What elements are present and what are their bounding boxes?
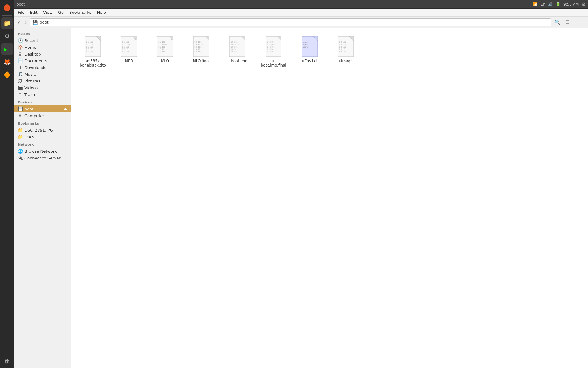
- file-name-u-boot-img-final: u-boot.img.final: [259, 59, 288, 67]
- menu-bookmarks[interactable]: Bookmarks: [67, 10, 94, 15]
- sidebar-item-music[interactable]: 🎵 Music: [14, 71, 71, 78]
- menu-edit[interactable]: Edit: [28, 10, 40, 15]
- speaker-icon: 🔊: [548, 2, 553, 6]
- videos-icon: 🎬: [18, 85, 23, 90]
- music-icon: 🎵: [18, 72, 23, 77]
- sidebar-item-dsc2791-label: DSC_2791.JPG: [24, 128, 53, 132]
- sidebar-item-desktop[interactable]: 🖥 Desktop: [14, 51, 71, 57]
- forward-button[interactable]: ›: [23, 17, 29, 27]
- dock-separator-1: [2, 15, 12, 16]
- browse-network-icon: 🌐: [18, 149, 23, 154]
- file-icon-mlo: 1 0 101 1 0 1010 1 0 101 1 0 10 1 0 101: [156, 36, 174, 58]
- dock-trash[interactable]: 🗑: [1, 355, 13, 367]
- documents-icon: 📄: [18, 58, 23, 63]
- file-name-uenv: uEnv.txt: [302, 59, 317, 63]
- file-item-u-boot-img-final[interactable]: 1 0 101 1 0 1010 1 0 101 1 0 10 1 0 101 …: [257, 33, 290, 70]
- eject-button[interactable]: ⏏: [64, 107, 67, 111]
- file-icon-am335x: 1 0 101 1 0 1010 1 0 101 1 0 10 1 0 101: [84, 36, 102, 58]
- network-icon: 📶: [533, 2, 537, 6]
- sidebar-item-browse-network[interactable]: 🌐 Browse Network: [14, 148, 71, 155]
- sidebar-item-downloads-label: Downloads: [24, 65, 46, 70]
- sidebar-item-music-label: Music: [24, 72, 36, 77]
- grid-view-button[interactable]: ⋮⋮: [573, 18, 586, 26]
- location-text: boot: [40, 20, 48, 25]
- desktop-icon: 🖥: [18, 52, 23, 56]
- main-content: Places 🕐 Recent 🏠 Home 🖥 Desktop 📄 Docum…: [14, 28, 588, 368]
- file-item-mbr[interactable]: 1 0 101 1 0 1010 1 0 101 1 0 10 1 0 101 …: [112, 33, 146, 70]
- menu-view[interactable]: View: [41, 10, 55, 15]
- back-button[interactable]: ‹: [16, 17, 22, 27]
- file-name-mlo: MLO: [161, 59, 169, 63]
- view-menu-button[interactable]: ☰: [564, 18, 571, 26]
- sidebar-item-computer[interactable]: 🖥 Computer: [14, 112, 71, 119]
- sidebar-item-boot-label: boot: [24, 107, 33, 111]
- boot-drive-icon: 💾: [18, 106, 23, 111]
- sidebar-item-videos-label: Videos: [24, 86, 38, 90]
- sidebar-item-connect-to-server-label: Connect to Server: [24, 156, 61, 160]
- sidebar-item-desktop-label: Desktop: [24, 52, 41, 56]
- sidebar-item-documents-label: Documents: [24, 59, 47, 63]
- location-drive-icon: 💾: [32, 20, 38, 25]
- devices-section-label: Devices: [14, 98, 71, 105]
- file-item-mlo-final[interactable]: 1 0 101 1 0 1010 1 0 101 1 0 10 1 0 101 …: [184, 33, 218, 70]
- file-name-mbr: MBR: [125, 59, 133, 63]
- sidebar-item-documents[interactable]: 📄 Documents: [14, 57, 71, 64]
- docs-icon: 📁: [18, 134, 23, 139]
- toolbar: ‹ › 💾 boot 🔍 ☰ ⋮⋮: [14, 17, 588, 28]
- system-tray: 📶 En 🔊 🔋 9:55 AM ⚙: [533, 2, 586, 7]
- file-name-mlo-final: MLO.final: [193, 59, 209, 63]
- search-button[interactable]: 🔍: [552, 18, 562, 26]
- sidebar-item-recent[interactable]: 🕐 Recent: [14, 37, 71, 44]
- sidebar-item-boot[interactable]: 💾 boot ⏏: [14, 105, 71, 112]
- computer-icon: 🖥: [18, 113, 23, 118]
- sidebar-item-trash-label: Trash: [24, 92, 35, 97]
- home-icon: 🏠: [18, 45, 23, 50]
- time-display: 9:55 AM: [564, 2, 579, 6]
- keyboard-layout[interactable]: En: [541, 2, 545, 6]
- file-name-uimage: uImage: [339, 59, 352, 63]
- network-section-label: Network: [14, 140, 71, 148]
- sidebar-item-pictures[interactable]: 🖼 Pictures: [14, 78, 71, 84]
- file-icon-uimage: 1 0 101 1 0 1010 1 0 101 1 0 10 1 0 101: [337, 36, 355, 58]
- file-item-u-boot-img[interactable]: 1 0 101 1 0 1010 1 0 101 1 0 10 1 0 101 …: [221, 33, 254, 70]
- file-name-u-boot-img: u-boot.img: [227, 59, 247, 63]
- dock-files[interactable]: 📁: [1, 17, 13, 29]
- dock-ubuntu[interactable]: ⬤: [1, 1, 13, 13]
- battery-icon: 🔋: [556, 2, 560, 6]
- menu-go[interactable]: Go: [56, 10, 66, 15]
- pictures-icon: 🖼: [18, 79, 23, 83]
- places-section-label: Places: [14, 29, 71, 37]
- sidebar-item-docs-label: Docs: [24, 135, 34, 139]
- file-item-uimage[interactable]: 1 0 101 1 0 1010 1 0 101 1 0 10 1 0 101 …: [329, 33, 363, 70]
- dock-vlc[interactable]: 🔶: [1, 69, 13, 81]
- sidebar-item-videos[interactable]: 🎬 Videos: [14, 84, 71, 91]
- file-icon-mbr: 1 0 101 1 0 1010 1 0 101 1 0 10 1 0 101: [120, 36, 138, 58]
- sidebar-item-downloads[interactable]: ⬇ Downloads: [14, 64, 71, 71]
- menubar: File Edit View Go Bookmarks Help: [14, 9, 588, 17]
- file-item-uenv[interactable]: boots bootc uenvc uEnv.txt: [293, 33, 326, 70]
- connect-server-icon: 🔌: [18, 155, 23, 160]
- location-bar[interactable]: 💾 boot: [30, 18, 551, 26]
- sidebar-item-browse-network-label: Browse Network: [24, 149, 57, 154]
- sidebar-item-trash[interactable]: 🗑 Trash: [14, 91, 71, 98]
- sidebar-item-docs[interactable]: 📁 Docs: [14, 133, 71, 140]
- window-title: boot: [17, 2, 533, 6]
- tray-settings-icon[interactable]: ⚙: [582, 2, 586, 7]
- dock-terminal[interactable]: ▶_: [1, 43, 13, 55]
- sidebar-item-connect-to-server[interactable]: 🔌 Connect to Server: [14, 155, 71, 161]
- sidebar-item-dsc2791[interactable]: 📁 DSC_2791.JPG: [14, 127, 71, 133]
- menu-help[interactable]: Help: [94, 10, 108, 15]
- dock-settings[interactable]: ⚙: [1, 30, 13, 42]
- menu-file[interactable]: File: [15, 10, 27, 15]
- dock-firefox[interactable]: 🦊: [1, 56, 13, 68]
- file-area: 1 0 101 1 0 1010 1 0 101 1 0 10 1 0 101 …: [71, 28, 588, 368]
- titlebar: boot 📶 En 🔊 🔋 9:55 AM ⚙: [14, 0, 588, 9]
- file-icon-uenv: boots bootc uenvc: [300, 36, 319, 58]
- recent-icon: 🕐: [18, 38, 23, 43]
- file-item-mlo[interactable]: 1 0 101 1 0 1010 1 0 101 1 0 10 1 0 101 …: [148, 33, 182, 70]
- sidebar-item-home[interactable]: 🏠 Home: [14, 44, 71, 51]
- sidebar-item-computer-label: Computer: [24, 113, 44, 118]
- file-icon-u-boot-img-final: 1 0 101 1 0 1010 1 0 101 1 0 10 1 0 101: [264, 36, 283, 58]
- file-item-am335x[interactable]: 1 0 101 1 0 1010 1 0 101 1 0 10 1 0 101 …: [76, 33, 110, 70]
- file-icon-mlo-final: 1 0 101 1 0 1010 1 0 101 1 0 10 1 0 101: [192, 36, 210, 58]
